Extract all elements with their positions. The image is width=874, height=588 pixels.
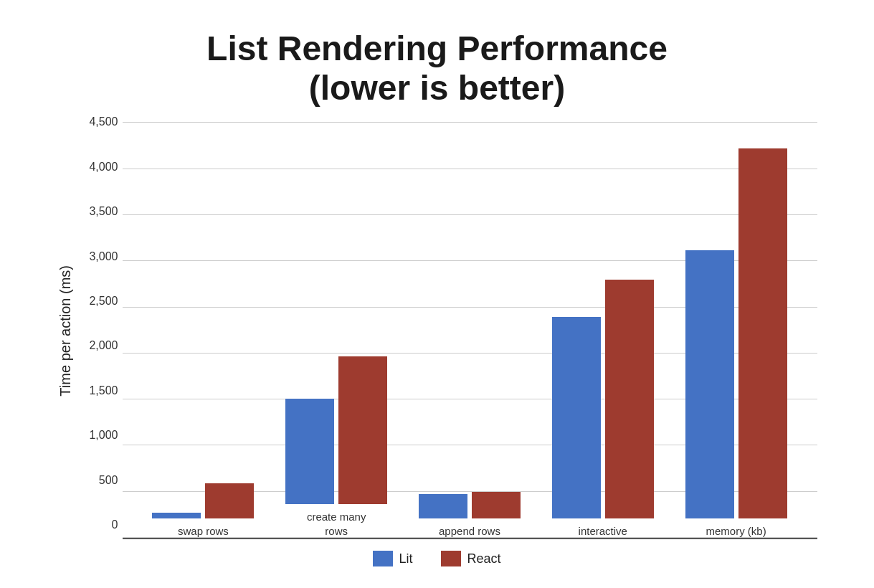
bar-group: memory (kb) (685, 148, 787, 538)
y-tick: 1,500 (80, 384, 123, 397)
legend-react-swatch (441, 551, 461, 566)
y-tick: 3,500 (80, 205, 123, 218)
chart-title: List Rendering Performance (lower is bet… (206, 29, 668, 108)
y-tick: 1,000 (80, 429, 123, 442)
y-axis-label: Time per action (ms) (57, 122, 74, 539)
x-axis-line (123, 538, 817, 539)
y-tick: 0 (80, 518, 123, 531)
bar-react (338, 356, 387, 504)
bar-group: swap rows (152, 483, 254, 538)
bar-react (605, 280, 654, 518)
chart-container: List Rendering Performance (lower is bet… (43, 14, 832, 574)
bar-react (472, 492, 521, 518)
bar-pair (285, 356, 387, 504)
bar-lit (419, 494, 467, 518)
bars-area: swap rowscreate many rowsappend rowsinte… (123, 122, 817, 538)
y-tick: 3,000 (80, 250, 123, 263)
title-line1: List Rendering Performance (206, 29, 668, 67)
legend-lit: Lit (373, 551, 412, 566)
y-tick: 2,500 (80, 295, 123, 308)
bar-pair (152, 483, 254, 518)
legend-react: React (441, 551, 500, 566)
grid-and-bars: 4,5004,0003,5003,0002,5002,0001,5001,000… (80, 122, 817, 538)
bar-pair (685, 148, 787, 518)
bar-label: swap rows (178, 524, 229, 539)
y-tick: 4,500 (80, 115, 123, 128)
bar-lit (552, 317, 601, 518)
bar-group: create many rows (285, 356, 387, 538)
bar-react (205, 483, 254, 518)
bar-lit (152, 513, 201, 518)
bar-pair (419, 492, 521, 518)
y-tick: 2,000 (80, 339, 123, 352)
chart-inner: 4,5004,0003,5003,0002,5002,0001,5001,000… (80, 122, 817, 539)
bar-label: memory (kb) (706, 524, 766, 539)
bar-group: interactive (552, 280, 654, 538)
y-tick: 4,000 (80, 161, 123, 174)
bar-label: create many rows (307, 510, 366, 538)
legend-react-label: React (467, 551, 500, 566)
bar-label: append rows (439, 524, 500, 539)
y-ticks: 4,5004,0003,5003,0002,5002,0001,5001,000… (80, 122, 123, 538)
bar-lit (285, 399, 334, 504)
y-tick: 500 (80, 474, 123, 487)
bar-group: append rows (419, 492, 521, 538)
legend: Lit React (373, 551, 500, 566)
bar-label: interactive (579, 524, 627, 539)
bar-lit (685, 250, 734, 518)
legend-lit-swatch (373, 551, 393, 566)
title-line2: (lower is better) (309, 69, 565, 107)
bar-react (738, 148, 787, 518)
legend-lit-label: Lit (399, 551, 412, 566)
chart-area: Time per action (ms) 4,5004,0003,5003,00… (57, 122, 817, 539)
bar-pair (552, 280, 654, 518)
